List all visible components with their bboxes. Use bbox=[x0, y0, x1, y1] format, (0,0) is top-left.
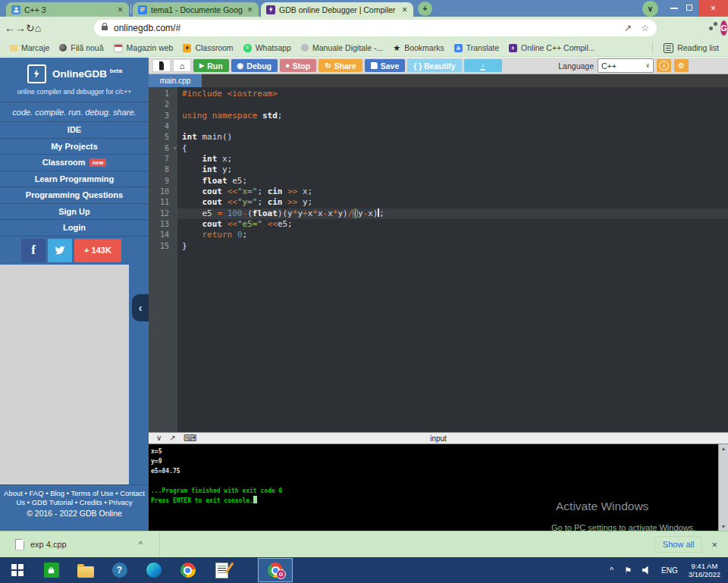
code-line[interactable]: } bbox=[177, 241, 728, 252]
sidebar-item-programming-questions[interactable]: Programming Questions bbox=[0, 186, 149, 203]
sidebar-item-login[interactable]: Login bbox=[0, 219, 149, 236]
home-icon[interactable]: ⌂ bbox=[35, 22, 41, 34]
twitter-button[interactable] bbox=[48, 239, 72, 262]
tab-title: C++ 3 bbox=[24, 5, 113, 14]
reload-icon[interactable]: ↻ bbox=[26, 22, 35, 34]
code-line[interactable] bbox=[177, 121, 728, 132]
code-line[interactable]: int main() bbox=[177, 132, 728, 143]
speaker-icon[interactable] bbox=[642, 566, 651, 575]
line-number: 2 bbox=[149, 99, 177, 110]
download-button[interactable]: ↓ bbox=[464, 59, 502, 72]
window-maximize-button[interactable] bbox=[686, 5, 692, 11]
bookmark-webstore[interactable]: Magazin web bbox=[114, 43, 174, 52]
bookmark-marcaje[interactable]: Marcaje bbox=[10, 43, 49, 52]
settings-button[interactable]: ⚙ bbox=[674, 59, 689, 72]
tagline: code. compile. run. debug. share. bbox=[0, 102, 149, 121]
tray-show-hidden-icon[interactable]: ^ bbox=[610, 566, 613, 575]
console-line: Press ENTER to exit console. bbox=[151, 496, 282, 506]
forward-icon[interactable]: → bbox=[15, 22, 26, 34]
browser-tab-docs[interactable]: tema1 - Documente Google × bbox=[133, 2, 259, 17]
code-line[interactable]: int x; bbox=[177, 154, 728, 165]
browser-tab-cpp3[interactable]: C++ 3 × bbox=[6, 2, 129, 17]
chip-caret-icon[interactable]: ^ bbox=[139, 540, 143, 549]
fold-icon[interactable]: ▾ bbox=[173, 143, 177, 154]
sidebar-item-classroom[interactable]: Classroomnew bbox=[0, 154, 149, 171]
code-line[interactable]: return 0; bbox=[177, 230, 728, 240]
code-line[interactable]: cout <<"e5=" <<e5; bbox=[177, 219, 728, 230]
downloads-close-icon[interactable]: × bbox=[711, 539, 717, 550]
tray-language[interactable]: ENG bbox=[661, 566, 678, 575]
bookmark-manuale[interactable]: Manuale Digitale -... bbox=[301, 43, 383, 52]
open-file-button[interactable]: ⌂ bbox=[173, 59, 191, 72]
tab-close-icon[interactable]: × bbox=[246, 5, 253, 15]
beautify-button[interactable]: { } Beautify bbox=[407, 59, 461, 72]
taskbar-help-button[interactable]: ? bbox=[102, 557, 136, 583]
taskbar-edge-button[interactable] bbox=[136, 557, 171, 583]
download-file-chip[interactable]: exp 4.cpp bbox=[30, 540, 67, 549]
tray-clock[interactable]: 9:41 AM 3/16/2022 bbox=[689, 562, 720, 578]
share-count-button[interactable]: + 143K bbox=[74, 239, 121, 262]
run-button[interactable]: ▶Run bbox=[193, 59, 229, 72]
reading-list-button[interactable]: Reading list bbox=[642, 42, 719, 53]
code-line[interactable]: float e5; bbox=[177, 176, 728, 186]
window-close-button[interactable]: × bbox=[698, 0, 728, 17]
new-tab-button[interactable]: + bbox=[418, 2, 432, 16]
back-icon[interactable]: ← bbox=[5, 22, 15, 34]
save-button[interactable]: Save bbox=[365, 59, 406, 72]
start-button[interactable] bbox=[0, 557, 34, 583]
code-editor[interactable]: 123456▾789101112131415 #include <iostrea… bbox=[149, 87, 728, 432]
code-line[interactable]: e5 = 100-(float)(y*y+x*x-x*y)/(y-x); bbox=[177, 208, 728, 219]
tab-close-icon[interactable]: × bbox=[401, 5, 408, 15]
bookmark-star-icon[interactable]: ☆ bbox=[641, 23, 649, 33]
facebook-button[interactable]: f bbox=[21, 239, 46, 262]
stop-icon: ■ bbox=[286, 62, 290, 69]
bookmark-classroom[interactable]: Classroom bbox=[183, 43, 233, 52]
new-file-button[interactable] bbox=[152, 59, 171, 72]
bookmark-whatsapp[interactable]: ✆ Whatsapp bbox=[243, 43, 291, 52]
file-tab-main-cpp[interactable]: main.cpp bbox=[149, 74, 202, 87]
code-line[interactable]: { bbox=[177, 143, 728, 154]
share-button[interactable]: ↻Share bbox=[318, 59, 362, 72]
taskbar-store-button[interactable] bbox=[34, 557, 68, 583]
url-text[interactable]: onlinegdb.com/# bbox=[114, 23, 615, 33]
code-lines[interactable]: #include <iostream>using namespace std;i… bbox=[177, 89, 728, 252]
scroll-up-icon[interactable]: ▲ bbox=[719, 446, 728, 451]
code-line[interactable]: cout <<"x="; cin >> x; bbox=[177, 186, 728, 197]
tab-close-icon[interactable]: × bbox=[117, 5, 124, 15]
taskbar-active-chrome-window[interactable]: G bbox=[258, 558, 293, 582]
bookmark-bookmarks[interactable]: ★ Bookmarks bbox=[393, 43, 444, 53]
bookmark-online-cpp[interactable]: Online C++ Compil... bbox=[509, 43, 595, 52]
console[interactable]: x=5y=9e5=84.75 ...Program finished with … bbox=[149, 444, 728, 531]
code-line[interactable]: using namespace std; bbox=[177, 111, 728, 121]
bookmark-translate[interactable]: A Translate bbox=[454, 43, 499, 52]
profile-avatar[interactable]: G bbox=[720, 20, 727, 36]
console-scrollbar[interactable]: ▲ ▼ bbox=[718, 444, 728, 531]
tab-search-button[interactable]: ∨ bbox=[642, 1, 658, 17]
code-line[interactable]: #include <iostream> bbox=[177, 89, 728, 99]
address-bar[interactable]: onlinegdb.com/# ↗ ☆ bbox=[94, 20, 657, 36]
scroll-down-icon[interactable]: ▼ bbox=[719, 524, 728, 529]
info-button[interactable]: i bbox=[657, 59, 671, 72]
show-all-button[interactable]: Show all bbox=[654, 536, 703, 553]
taskbar-file-explorer-button[interactable] bbox=[68, 557, 102, 583]
code-line[interactable]: int y; bbox=[177, 165, 728, 175]
tray-flag-icon[interactable]: ⚑ bbox=[624, 566, 632, 575]
sidebar-collapse-handle[interactable]: ‹ bbox=[132, 294, 149, 321]
sidebar-item-ide[interactable]: IDE bbox=[0, 121, 149, 138]
taskbar-chrome-button[interactable] bbox=[171, 557, 205, 583]
sidebar-item-my-projects[interactable]: My Projects bbox=[0, 138, 149, 155]
bookmark-fila-noua[interactable]: Filă nouă bbox=[59, 43, 103, 52]
share-page-icon[interactable]: ↗ bbox=[624, 23, 632, 33]
taskbar-notes-button[interactable] bbox=[205, 557, 239, 583]
code-line[interactable] bbox=[177, 99, 728, 110]
browser-tab-gdb-active[interactable]: GDB online Debugger | Compiler × bbox=[261, 2, 413, 17]
code-line[interactable]: cout <<"y="; cin >> y; bbox=[177, 197, 728, 208]
language-select[interactable]: C++ ∨ bbox=[598, 58, 654, 73]
tray-time: 9:41 AM bbox=[689, 562, 720, 570]
stop-button[interactable]: ■Stop bbox=[280, 59, 316, 72]
sidebar-item-sign-up[interactable]: Sign Up bbox=[0, 203, 149, 220]
footer-links[interactable]: About • FAQ • Blog • Terms of Use • Cont… bbox=[2, 489, 147, 507]
debug-button[interactable]: ◉Debug bbox=[231, 59, 278, 72]
window-minimize-button[interactable] bbox=[670, 8, 678, 9]
sidebar-item-learn-programming[interactable]: Learn Programming bbox=[0, 171, 149, 187]
